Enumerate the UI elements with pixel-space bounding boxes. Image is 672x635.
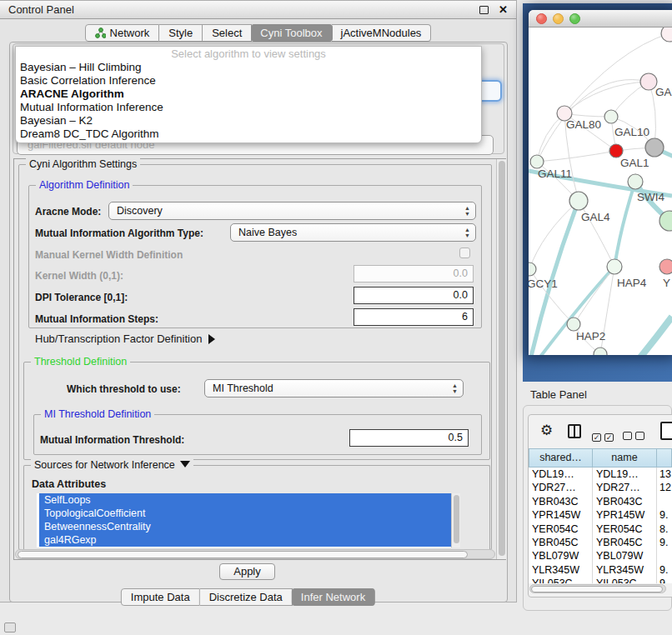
table-cell: YBR045C <box>529 536 593 549</box>
tab-label: Cyni Toolbox <box>260 27 322 39</box>
hub-definition-label: Hub/Transcription Factor Definition <box>35 332 202 345</box>
column-header-shared[interactable]: shared… <box>529 448 593 468</box>
collapse-down-icon <box>180 461 190 468</box>
table-cell: YER054C <box>529 522 593 536</box>
algorithm-option[interactable]: Dream8 DC_TDC Algorithm <box>16 128 481 141</box>
attribute-list-item[interactable]: gal4RGexp <box>39 533 460 547</box>
algorithm-option[interactable]: Basic Correlation Inference <box>16 74 481 88</box>
close-icon[interactable]: ✕ <box>499 4 508 15</box>
node-label: GAL4 <box>581 211 610 223</box>
table-row[interactable]: YBR043CYBR043C <box>529 495 672 508</box>
tab-label: Style <box>168 27 193 39</box>
network-node-gcy1[interactable] <box>529 262 536 276</box>
table-cell: YPR145W <box>529 508 593 522</box>
mi-threshold-field[interactable]: 0.5 <box>349 429 469 447</box>
table-row[interactable]: YBL079WYBL079W <box>529 549 672 562</box>
tab-select[interactable]: Select <box>203 24 252 42</box>
table-row[interactable]: YDL19…YDL19…13 <box>529 468 672 481</box>
tab-infer-network[interactable]: Infer Network <box>292 588 375 606</box>
network-node-y[interactable] <box>659 259 672 274</box>
aracne-mode-combo[interactable]: Discovery ▲▼ <box>108 202 476 220</box>
collapsed-panel-icon[interactable] <box>4 622 16 632</box>
network-node-hap4[interactable] <box>607 259 622 274</box>
mi-steps-field[interactable]: 6 <box>354 308 474 326</box>
table-panel-title: Table Panel <box>530 388 587 401</box>
manual-kernel-checkbox[interactable] <box>459 248 470 258</box>
tab-cyni-toolbox[interactable]: Cyni Toolbox <box>251 24 332 42</box>
table-row[interactable]: YBR045CYBR045C9. <box>529 536 672 549</box>
hub-definition-expander[interactable]: Hub/Transcription Factor Definition <box>35 332 215 345</box>
table-row[interactable]: YER054CYER054C8. <box>529 522 672 536</box>
network-node-gal1[interactable] <box>609 144 623 158</box>
which-threshold-combo[interactable]: MI Threshold ▲▼ <box>204 379 464 398</box>
attribute-list-item[interactable]: TopologicalCoefficient <box>39 507 460 520</box>
algorithm-option[interactable]: ARACNE Algorithm <box>16 88 481 101</box>
table-cell: YPR145W <box>593 508 657 522</box>
dpi-tolerance-field[interactable]: 0.0 <box>354 287 474 304</box>
column-header[interactable] <box>657 448 672 468</box>
table-row[interactable]: YPR145WYPR145W9. <box>529 508 672 522</box>
dropdown-hint: Select algorithm to view settings <box>16 47 481 61</box>
attribute-list-item[interactable]: SelfLoops <box>39 493 460 507</box>
control-panel-titlebar: Control Panel ✕ <box>0 1 516 19</box>
table-cell: 12 <box>657 481 672 494</box>
table-cell: YDL19… <box>529 468 593 481</box>
algorithm-option[interactable]: Bayesian – K2 <box>16 114 481 128</box>
gear-icon[interactable]: ⚙ <box>540 422 553 439</box>
column-header-name[interactable]: name <box>593 448 657 468</box>
show-columns-icon[interactable]: ✓✓ <box>592 428 617 443</box>
network-edge[interactable] <box>537 151 616 162</box>
zoom-traffic-light-icon[interactable] <box>569 13 580 24</box>
hide-columns-icon[interactable] <box>623 428 648 443</box>
table-row[interactable]: YDR27…YDR27…12 <box>529 481 672 494</box>
expand-right-icon <box>208 334 215 344</box>
settings-vertical-scrollbar[interactable] <box>496 159 506 559</box>
network-edge[interactable] <box>564 82 649 113</box>
columns-icon[interactable] <box>568 424 581 438</box>
data-attributes-list[interactable]: SelfLoopsTopologicalCoefficientBetweenne… <box>37 493 460 548</box>
network-node-gal[interactable] <box>640 73 657 90</box>
algorithm-option[interactable]: Mutual Information Inference <box>16 101 481 114</box>
minimize-traffic-light-icon[interactable] <box>553 13 564 24</box>
tab-discretize-data[interactable]: Discretize Data <box>200 588 293 606</box>
table-cell: YBL079W <box>529 549 593 562</box>
network-icon <box>95 28 106 38</box>
network-node-gal4[interactable] <box>569 192 588 210</box>
tab-network[interactable]: Network <box>85 24 160 42</box>
network-node-hap2[interactable] <box>567 318 580 331</box>
mi-algorithm-type-combo[interactable]: Naive Bayes ▲▼ <box>230 223 476 242</box>
network-edge[interactable] <box>529 201 579 269</box>
table-cell: YLR345W <box>529 563 593 577</box>
kernel-width-field[interactable]: 0.0 <box>354 265 474 282</box>
tab-label: Network <box>110 27 150 39</box>
float-window-icon[interactable] <box>479 6 489 14</box>
tab-impute-data[interactable]: Impute Data <box>121 588 200 606</box>
network-node[interactable] <box>594 348 607 355</box>
close-traffic-light-icon[interactable] <box>536 13 547 24</box>
table-row[interactable]: YLR345WYLR345W9. <box>529 563 672 577</box>
table-body: YDL19…YDL19…13YDR27…YDR27…12YBR043CYBR04… <box>529 468 672 583</box>
attribute-list-item[interactable]: BetweennessCentrality <box>39 520 460 533</box>
tab-jactivemnodules[interactable]: jActiveMNodules <box>332 24 432 42</box>
table-cell: YER054C <box>593 522 657 536</box>
table-horizontal-scrollbar[interactable] <box>529 584 666 593</box>
kernel-width-label: Kernel Width (0,1): <box>35 270 123 282</box>
table-row[interactable]: YIL053CYIL053C9. <box>529 577 672 583</box>
network-node[interactable] <box>661 28 672 42</box>
network-node[interactable] <box>645 138 664 157</box>
network-edge[interactable] <box>574 267 614 324</box>
list-vertical-scrollbar[interactable] <box>451 493 460 548</box>
sources-expander[interactable]: Sources for Network Inference <box>31 459 193 471</box>
network-edge[interactable] <box>627 317 672 355</box>
new-table-icon[interactable] <box>660 422 672 440</box>
network-node-gal10[interactable] <box>604 110 618 123</box>
apply-button[interactable]: Apply <box>219 563 275 580</box>
algorithm-option[interactable]: Bayesian – Hill Climbing <box>16 61 481 74</box>
node-label: HAP2 <box>576 330 605 342</box>
tab-style[interactable]: Style <box>159 24 203 42</box>
settings-horizontal-scrollbar[interactable] <box>15 549 495 559</box>
network-edge[interactable] <box>614 182 635 267</box>
network-canvas[interactable]: GALGAL80GAL10GAL1GAL11SWI4GAL4GCY1HAP4YH… <box>529 28 672 355</box>
network-node-gal11[interactable] <box>530 155 544 168</box>
network-node-swi4[interactable] <box>628 174 643 189</box>
